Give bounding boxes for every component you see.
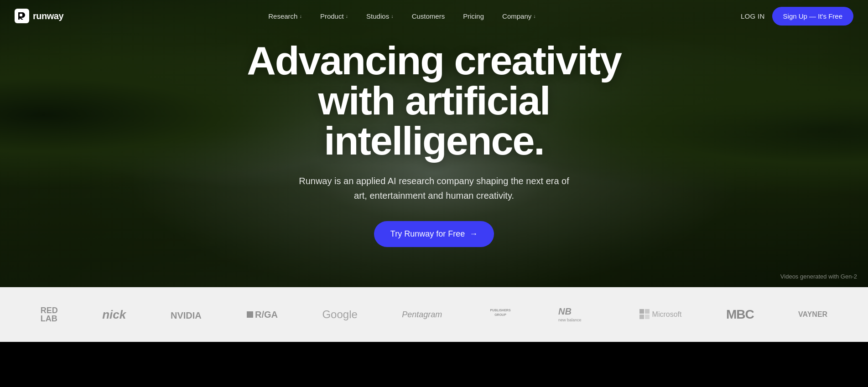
hero-attribution: Videos generated with Gen-2 (780, 273, 857, 280)
logo-mbc: MBC (726, 307, 754, 322)
login-button[interactable]: LOG IN (741, 12, 765, 20)
logo-nvidia: NVIDIA (171, 308, 203, 321)
nav-item-research[interactable]: Research ↓ (261, 9, 309, 24)
svg-rect-1 (20, 14, 22, 16)
nav-item-customers[interactable]: Customers (405, 9, 452, 24)
logo-rga: R/GA (247, 310, 278, 320)
hero-section: Advancing creativity with artificial int… (0, 0, 868, 287)
runway-logo-icon (15, 9, 29, 23)
nav-item-product[interactable]: Product ↓ (313, 9, 355, 24)
logo-redlab: REDLAB (41, 306, 58, 323)
nav-item-studios[interactable]: Studios ↓ (359, 9, 401, 24)
hero-title: Advancing creativity with artificial int… (240, 41, 629, 161)
logo-google: Google (322, 308, 357, 321)
chevron-down-icon: ↓ (391, 13, 394, 19)
hero-content: Advancing creativity with artificial int… (229, 41, 639, 247)
nav-item-company[interactable]: Company ↓ (495, 9, 543, 24)
svg-text:NB: NB (558, 306, 572, 316)
chevron-down-icon: ↓ (346, 13, 348, 19)
hero-cta-button[interactable]: Try Runway for Free → (374, 221, 494, 247)
nav-item-pricing[interactable]: Pricing (456, 9, 491, 24)
chevron-down-icon: ↓ (299, 13, 302, 19)
hero-subtitle: Runway is an applied AI research company… (297, 174, 571, 203)
svg-text:new balance: new balance (558, 318, 582, 322)
svg-text:GROUP: GROUP (494, 313, 506, 316)
svg-text:PUBLISHERS: PUBLISHERS (490, 309, 510, 312)
nav-links: Research ↓ Product ↓ Studios ↓ Customers… (261, 9, 543, 24)
logos-bar: REDLAB nick NVIDIA R/GA Google Pentagram… (0, 287, 868, 342)
arrow-right-icon: → (469, 229, 478, 239)
svg-text:NVIDIA: NVIDIA (171, 310, 202, 320)
brand-logo[interactable]: runway (15, 9, 63, 23)
chevron-down-icon: ↓ (533, 13, 536, 19)
logo-pentagram: Pentagram (402, 310, 442, 320)
logo-vayner: VAYNER (798, 310, 827, 319)
navbar: runway Research ↓ Product ↓ Studios ↓ Cu… (0, 0, 868, 32)
logo-publishers-group: PUBLISHERS GROUP (487, 303, 514, 326)
nav-right: LOG IN Sign Up — It's Free (741, 7, 853, 26)
logo-new-balance: NB new balance (558, 305, 595, 324)
logo-microsoft: Microsoft (639, 309, 682, 320)
brand-name: runway (33, 11, 63, 21)
signup-button[interactable]: Sign Up — It's Free (772, 7, 853, 26)
logo-nick: nick (102, 308, 126, 322)
